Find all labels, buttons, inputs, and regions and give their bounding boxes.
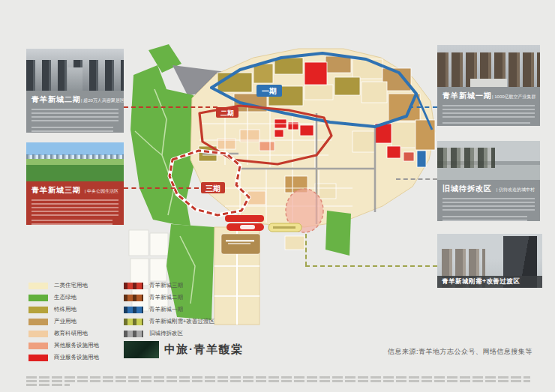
connector-transition-h <box>305 265 437 267</box>
phase1-label: 一期 <box>256 85 282 97</box>
legend-swatch <box>28 331 48 337</box>
legend-swatch-dashed <box>124 307 143 313</box>
legend-label: 产业用地 <box>54 318 76 325</box>
legend-label: 青羊新城一期 <box>149 306 183 313</box>
legend-label: 其他服务设施用地 <box>54 342 99 349</box>
svg-text:三期: 三期 <box>206 184 220 193</box>
legend-label: 商业服务设施用地 <box>54 354 99 361</box>
callout-title: 旧城待拆改区 <box>442 184 492 194</box>
source-note: 信息来源:青羊地方志公众号、网络信息搜集等 <box>315 347 532 357</box>
legend-swatch-dashed <box>124 283 143 289</box>
photo-oldtown <box>437 141 540 180</box>
brand-logo-image <box>124 341 159 358</box>
legend-swatch <box>28 319 48 325</box>
legend-swatch <box>28 343 48 349</box>
callout-oldtown: 旧城待拆改区 | 仍待改造的城中村 <box>437 141 540 221</box>
stadium-shape <box>225 215 264 231</box>
legend-label: 二类住宅用地 <box>54 282 88 289</box>
body-text <box>442 198 535 212</box>
body-text <box>32 127 113 133</box>
callout-phase3: 青羊新城三期 | 中央公园生活区 <box>26 142 124 225</box>
body-text <box>442 105 535 118</box>
eco-green-east <box>326 211 351 256</box>
photo-phase2 <box>26 49 124 91</box>
legend-label: 旧城待拆改区 <box>149 330 183 337</box>
legend-label: 生态绿地 <box>54 294 76 301</box>
connector-transition-v <box>305 234 307 266</box>
phase3-label: 三期 <box>201 182 225 193</box>
callout-subtitle: | 中央公园生活区 <box>85 188 118 195</box>
body-text <box>442 216 527 221</box>
legend-label: 特殊用地 <box>54 306 76 313</box>
legend-label: 教育科研用地 <box>54 330 88 337</box>
brand-name: 中旅·青羊馥棠 <box>164 343 244 357</box>
connector-phase1 <box>409 106 437 108</box>
legend-swatch <box>28 295 48 301</box>
legend-swatch <box>28 355 48 361</box>
svg-text:一期: 一期 <box>262 87 277 95</box>
legend-label: 青羊新城二期 <box>149 294 183 301</box>
connector-oldtown <box>396 178 437 180</box>
overlay-title-bar: 青羊新城刚需+改善过渡区 <box>437 276 542 288</box>
legend-swatch-dashed <box>124 319 143 325</box>
svg-text:二期: 二期 <box>220 109 234 117</box>
legend-swatch-dashed <box>124 295 143 301</box>
legend-label: 青羊新城三期 <box>149 282 183 289</box>
legend-swatch <box>28 307 48 313</box>
body-text <box>442 122 530 126</box>
photo-phase3 <box>26 142 124 181</box>
legend-label: 青羊新城刚需+改善过渡区 <box>149 318 214 325</box>
callout-subtitle: | 1000亿航空产业集群 <box>492 94 536 100</box>
connector-phase3 <box>124 187 199 189</box>
fine-print-line <box>26 376 530 379</box>
park-label-pill <box>268 223 302 232</box>
body-text <box>32 220 112 225</box>
callout-title: 青羊新城二期 <box>32 94 81 105</box>
legend-swatch <box>28 283 48 289</box>
callout-phase2: 青羊新城二期 | 超20万人高密聚居区 <box>26 49 124 133</box>
legend-swatch-dashed <box>124 331 143 337</box>
photo-phase1 <box>437 45 540 87</box>
callout-title: 青羊新城一期 <box>442 91 492 101</box>
callout-subtitle: | 仍待改造的城中村 <box>496 187 535 193</box>
body-text <box>32 109 118 123</box>
fine-print-line <box>26 384 70 386</box>
phase2-label: 二期 <box>216 107 238 118</box>
connector-phase2 <box>124 106 218 108</box>
body-text <box>32 199 118 216</box>
callout-subtitle: | 超20万人高密聚居区 <box>81 97 124 104</box>
fine-print-line <box>26 380 530 382</box>
callout-phase1: 青羊新城一期 | 1000亿航空产业集群 <box>437 45 540 126</box>
callout-transition: 青羊新城刚需+改善过渡区 <box>437 234 542 288</box>
callout-title: 青羊新城刚需+改善过渡区 <box>442 277 520 286</box>
innovation-center-block <box>221 234 260 254</box>
callout-title: 青羊新城三期 <box>32 185 81 196</box>
